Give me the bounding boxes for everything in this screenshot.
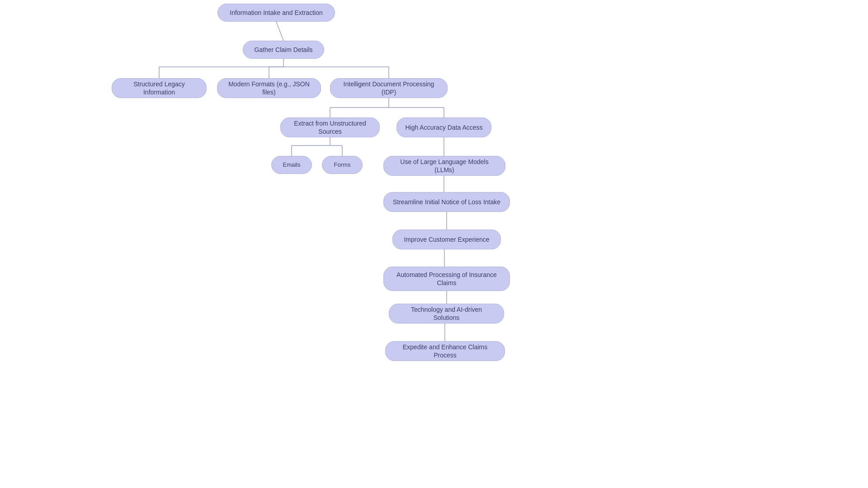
node-idp: Intelligent Document Processing (IDP) xyxy=(330,78,448,98)
node-gather: Gather Claim Details xyxy=(243,41,324,59)
node-llms: Use of Large Language Models (LLMs) xyxy=(383,156,505,176)
node-emails: Emails xyxy=(271,156,312,174)
node-technology: Technology and AI-driven Solutions xyxy=(389,304,504,324)
node-extract: Extract from Unstructured Sources xyxy=(280,117,380,137)
node-streamline: Streamline Initial Notice of Loss Intake xyxy=(383,192,510,212)
node-accuracy: High Accuracy Data Access xyxy=(396,117,491,137)
node-forms: Forms xyxy=(322,156,363,174)
node-customer: Improve Customer Experience xyxy=(392,230,501,249)
node-automated: Automated Processing of Insurance Claims xyxy=(383,267,510,291)
node-structured: Structured Legacy Information xyxy=(112,78,207,98)
diagram-container: Information Intake and Extraction Gather… xyxy=(0,0,868,488)
node-root: Information Intake and Extraction xyxy=(217,4,335,22)
svg-line-0 xyxy=(276,22,283,41)
node-expedite: Expedite and Enhance Claims Process xyxy=(385,341,505,361)
node-modern: Modern Formats (e.g., JSON files) xyxy=(217,78,321,98)
